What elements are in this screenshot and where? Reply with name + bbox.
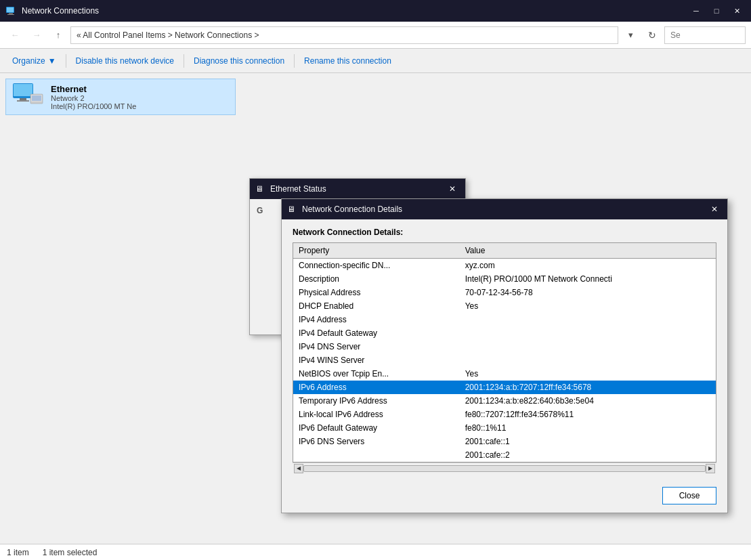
maximize-button[interactable]: □ (708, 3, 725, 18)
toolbar-divider-2 (184, 54, 184, 68)
svg-rect-3 (7, 14, 14, 15)
value-cell: Intel(R) PRO/1000 MT Network Connecti (460, 272, 716, 286)
back-button[interactable]: ← (5, 26, 24, 45)
table-row[interactable]: IPv4 DNS Server (293, 340, 716, 353)
details-table: Property Value Connection-specific DN...… (293, 243, 716, 462)
svg-rect-2 (9, 13, 13, 14)
network-adapter-icon (12, 83, 44, 110)
property-cell: IPv4 Default Gateway (293, 326, 460, 340)
details-dialog-title: Network Connection Details (302, 204, 703, 214)
details-table-container: Property Value Connection-specific DN...… (293, 242, 716, 462)
close-button[interactable]: Close (662, 487, 716, 504)
table-row[interactable]: IPv6 Default Gatewayfe80::1%11 (293, 421, 716, 435)
table-row[interactable]: NetBIOS over Tcpip En...Yes (293, 367, 716, 381)
details-dialog-icon: 🖥 (287, 204, 295, 214)
up-button[interactable]: ↑ (49, 26, 68, 45)
table-row[interactable]: IPv4 Address (293, 313, 716, 326)
table-row[interactable]: DescriptionIntel(R) PRO/1000 MT Network … (293, 272, 716, 286)
scrollbar-area: ◀ ▶ (293, 462, 716, 473)
table-row[interactable]: Link-local IPv6 Addressfe80::7207:12ff:f… (293, 408, 716, 421)
item-count: 1 item (7, 548, 29, 557)
network-name: Ethernet (51, 84, 230, 94)
toolbar: Organize ▼ Disable this network device D… (0, 49, 751, 73)
table-row[interactable]: IPv4 Default Gateway (293, 326, 716, 340)
details-footer: Close (282, 481, 727, 513)
property-cell: NetBIOS over Tcpip En... (293, 367, 460, 381)
dropdown-button[interactable]: ▾ (621, 26, 640, 45)
table-row[interactable]: DHCP EnabledYes (293, 299, 716, 313)
scroll-left-button[interactable]: ◀ (294, 464, 303, 473)
minimize-button[interactable]: ─ (687, 3, 705, 18)
svg-rect-7 (17, 100, 29, 102)
ethernet-status-icon: 🖥 (255, 184, 263, 194)
value-cell (460, 313, 716, 326)
value-cell (460, 353, 716, 367)
rename-label: Rename this connection (304, 56, 391, 66)
network-sub1: Network 2 (51, 94, 230, 102)
address-path[interactable]: « All Control Panel Items > Network Conn… (70, 26, 618, 44)
ethernet-status-close-button[interactable]: ✕ (445, 182, 460, 196)
property-cell: Link-local IPv6 Address (293, 408, 460, 421)
value-cell: 2001:cafe::2 (460, 448, 716, 462)
svg-rect-6 (20, 98, 26, 100)
diagnose-button[interactable]: Diagnose this connection (187, 49, 291, 72)
address-bar: ← → ↑ « All Control Panel Items > Networ… (0, 22, 751, 49)
table-row[interactable]: Temporary IPv6 Address2001:1234:a:b:e822… (293, 394, 716, 408)
value-cell: 2001:1234:a:b:e822:640:6b3e:5e04 (460, 394, 716, 408)
table-row[interactable]: Physical Address70-07-12-34-56-78 (293, 286, 716, 299)
details-header: Network Connection Details: (293, 228, 716, 237)
property-cell: IPv6 Address (293, 381, 460, 394)
content-area: Ethernet Network 2 Intel(R) PRO/1000 MT … (0, 73, 751, 544)
details-titlebar: 🖥 Network Connection Details ✕ (282, 199, 727, 219)
window-icon (5, 5, 16, 16)
forward-button[interactable]: → (27, 26, 46, 45)
disable-button[interactable]: Disable this network device (69, 49, 181, 72)
organize-button[interactable]: Organize ▼ (5, 49, 63, 72)
details-content: Network Connection Details: Property Val… (282, 219, 727, 481)
property-cell: Temporary IPv6 Address (293, 394, 460, 408)
value-cell (460, 340, 716, 353)
value-cell (460, 326, 716, 340)
toolbar-divider-1 (66, 54, 66, 68)
value-cell: fe80::7207:12ff:fe34:5678%11 (460, 408, 716, 421)
table-row[interactable]: IPv6 DNS Servers2001:cafe::1 (293, 435, 716, 448)
property-cell: Description (293, 272, 460, 286)
scroll-right-button[interactable]: ▶ (706, 464, 715, 473)
status-bar: 1 item 1 item selected (0, 544, 751, 560)
window-close-button[interactable]: ✕ (728, 3, 746, 18)
network-sub2: Intel(R) PRO/1000 MT Ne (51, 102, 230, 110)
value-cell: xyz.com (460, 259, 716, 273)
organize-arrow: ▼ (48, 56, 56, 66)
property-cell: Connection-specific DN... (293, 259, 460, 273)
title-bar-controls: ─ □ ✕ (687, 3, 746, 18)
main-window: Network Connections ─ □ ✕ ← → ↑ « All Co… (0, 0, 751, 560)
toolbar-divider-3 (294, 54, 295, 68)
diagnose-label: Diagnose this connection (194, 56, 284, 66)
value-cell: 2001:cafe::1 (460, 435, 716, 448)
table-row[interactable]: IPv4 WINS Server (293, 353, 716, 367)
value-cell: fe80::1%11 (460, 421, 716, 435)
value-cell: 2001:1234:a:b:7207:12ff:fe34:5678 (460, 381, 716, 394)
table-row[interactable]: IPv6 Address2001:1234:a:b:7207:12ff:fe34… (293, 381, 716, 394)
network-list: Ethernet Network 2 Intel(R) PRO/1000 MT … (0, 73, 241, 544)
value-cell: Yes (460, 367, 716, 381)
disable-label: Disable this network device (76, 56, 174, 66)
property-cell: IPv4 Address (293, 313, 460, 326)
breadcrumb: « All Control Panel Items > Network Conn… (77, 30, 259, 40)
selection-status: 1 item selected (43, 548, 98, 557)
ethernet-status-titlebar: 🖥 Ethernet Status ✕ (250, 179, 465, 199)
col-value-header: Value (460, 243, 716, 259)
svg-rect-5 (14, 84, 33, 96)
refresh-button[interactable]: ↻ (643, 26, 662, 45)
details-dialog: 🖥 Network Connection Details ✕ Network C… (281, 198, 728, 513)
search-input[interactable] (664, 26, 746, 44)
details-dialog-close-x-button[interactable]: ✕ (707, 202, 722, 216)
ethernet-item[interactable]: Ethernet Network 2 Intel(R) PRO/1000 MT … (5, 79, 236, 115)
scrollbar-track[interactable] (303, 465, 706, 472)
svg-rect-10 (32, 95, 41, 101)
property-cell: IPv6 Default Gateway (293, 421, 460, 435)
rename-button[interactable]: Rename this connection (297, 49, 398, 72)
table-row[interactable]: 2001:cafe::2 (293, 448, 716, 462)
svg-rect-1 (7, 7, 14, 12)
table-row[interactable]: Connection-specific DN...xyz.com (293, 259, 716, 273)
